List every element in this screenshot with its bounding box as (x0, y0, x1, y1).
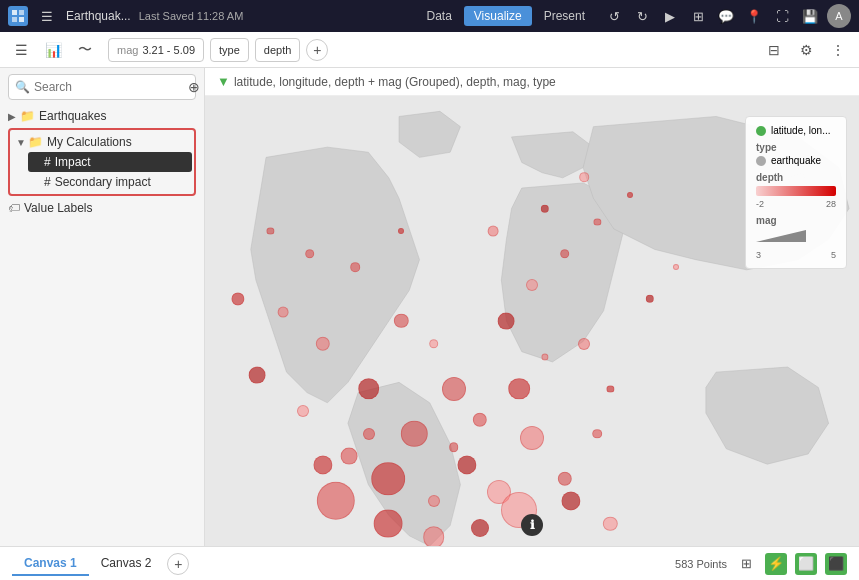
legend-lat-lon: latitude, lon... (756, 125, 836, 136)
legend-mag-min: 3 (756, 250, 761, 260)
last-saved: Last Saved 11:28 AM (139, 10, 244, 22)
mag-filter-chip[interactable]: mag 3.21 - 5.09 (108, 38, 204, 62)
map-legend: latitude, lon... type earthquake depth -… (745, 116, 847, 269)
info-button[interactable]: ℹ (521, 514, 543, 536)
search-bar[interactable]: 🔍 ⊕ (8, 74, 196, 100)
nav-present[interactable]: Present (534, 6, 595, 26)
expand-icon[interactable]: ⬜ (795, 553, 817, 575)
secondary-hash-icon: # (44, 175, 51, 189)
expand-icon[interactable]: ⛶ (771, 5, 793, 27)
sidebar-toggle-icon[interactable]: ☰ (8, 37, 34, 63)
svg-rect-0 (12, 10, 17, 15)
redo-icon[interactable]: ↻ (631, 5, 653, 27)
legend-mag-triangle (756, 230, 836, 246)
tree-item-earthquakes[interactable]: ▶ 📁 Earthquakes (4, 106, 200, 126)
legend-type-section: type (756, 142, 836, 153)
tree-item-my-calculations[interactable]: ▼ 📁 My Calculations (12, 132, 192, 152)
analytics-icon[interactable]: 〜 (72, 37, 98, 63)
grid-view-icon[interactable]: ⊞ (735, 553, 757, 575)
tree-label-my-calculations: My Calculations (47, 135, 132, 149)
svg-rect-2 (12, 17, 17, 22)
depth-filter-value: depth (264, 44, 292, 56)
canvas-tab-2[interactable]: Canvas 2 (89, 552, 164, 576)
search-icon: 🔍 (15, 80, 30, 94)
more-icon[interactable]: ⋮ (825, 37, 851, 63)
map-area: ▼ latitude, longitude, depth + mag (Grou… (205, 68, 859, 546)
filter-icon[interactable]: ⊟ (761, 37, 787, 63)
chart-icon[interactable]: 📊 (40, 37, 66, 63)
top-nav: Data Visualize Present (416, 6, 595, 26)
play-icon[interactable]: ▶ (659, 5, 681, 27)
depth-filter-chip[interactable]: depth (255, 38, 301, 62)
bottom-bar: Canvas 1 Canvas 2 + 583 Points ⊞ ⚡ ⬜ ⬛ (0, 546, 859, 580)
legend-depth-gradient (756, 186, 836, 196)
filter-toolbar: ☰ 📊 〜 mag 3.21 - 5.09 type depth + ⊟ ⚙ ⋮ (0, 32, 859, 68)
legend-dot-earthquake (756, 156, 766, 166)
legend-lat-lon-label: latitude, lon... (771, 125, 830, 136)
tree-label-value-labels: Value Labels (24, 201, 93, 215)
tree-label-earthquakes: Earthquakes (39, 109, 106, 123)
comment-icon[interactable]: 💬 (715, 5, 737, 27)
grid-icon[interactable]: ⊞ (687, 5, 709, 27)
svg-rect-1 (19, 10, 24, 15)
map-canvas[interactable]: latitude, lon... type earthquake depth -… (205, 96, 859, 546)
top-bar-icons: ↺ ↻ ▶ ⊞ 💬 📍 ⛶ 💾 A (603, 4, 851, 28)
main-layout: 🔍 ⊕ ▶ 📁 Earthquakes ▼ 📁 My Calculations (0, 68, 859, 546)
menu-icon[interactable]: ☰ (36, 5, 58, 27)
tree-label-secondary-impact: Secondary impact (55, 175, 151, 189)
mag-filter-value: 3.21 - 5.09 (142, 44, 195, 56)
settings-icon[interactable]: ⚙ (793, 37, 819, 63)
add-filter-button[interactable]: + (306, 39, 328, 61)
nav-visualize[interactable]: Visualize (464, 6, 532, 26)
legend-dot-latlon (756, 126, 766, 136)
save-icon[interactable]: 💾 (799, 5, 821, 27)
map-title: latitude, longitude, depth + mag (Groupe… (234, 75, 556, 89)
my-calcs-folder-icon: 📁 (28, 135, 43, 149)
tree-item-impact[interactable]: # Impact (28, 152, 192, 172)
mag-filter-label: mag (117, 44, 138, 56)
type-filter-value: type (219, 44, 240, 56)
legend-depth-nums: -2 28 (756, 199, 836, 209)
left-toolbar-icons: ☰ 📊 〜 (8, 37, 98, 63)
legend-mag-nums: 3 5 (756, 250, 836, 260)
legend-depth-section: depth (756, 172, 836, 183)
my-calculations-children: # Impact # Secondary impact (28, 152, 192, 192)
legend-earthquake-label: earthquake (771, 155, 821, 166)
add-field-icon[interactable]: ⊕ (188, 79, 200, 95)
legend-depth-max: 28 (826, 199, 836, 209)
tree-item-secondary-impact[interactable]: # Secondary impact (28, 172, 192, 192)
tag-icon: 🏷 (8, 201, 20, 215)
tree-label-impact: Impact (55, 155, 91, 169)
undo-icon[interactable]: ↺ (603, 5, 625, 27)
legend-earthquake: earthquake (756, 155, 836, 166)
tree-item-value-labels[interactable]: 🏷 Value Labels (4, 198, 200, 218)
impact-hash-icon: # (44, 155, 51, 169)
pin-icon[interactable]: 📍 (743, 5, 765, 27)
legend-depth-min: -2 (756, 199, 764, 209)
geo-icon: ▼ (217, 74, 230, 89)
svg-rect-3 (19, 17, 24, 22)
app-logo (8, 6, 28, 26)
right-toolbar-icons: ⊟ ⚙ ⋮ (761, 37, 851, 63)
points-count: 583 Points (675, 558, 727, 570)
top-bar: ☰ Earthquak... Last Saved 11:28 AM Data … (0, 0, 859, 32)
lightning-icon[interactable]: ⚡ (765, 553, 787, 575)
legend-mag-max: 5 (831, 250, 836, 260)
nav-data[interactable]: Data (416, 6, 461, 26)
canvas-tab-1[interactable]: Canvas 1 (12, 552, 89, 576)
my-calcs-arrow: ▼ (16, 137, 28, 148)
my-calculations-group: ▼ 📁 My Calculations # Impact # Secondary… (8, 128, 196, 196)
fit-icon[interactable]: ⬛ (825, 553, 847, 575)
type-filter-chip[interactable]: type (210, 38, 249, 62)
legend-mag-section: mag (756, 215, 836, 226)
add-canvas-button[interactable]: + (167, 553, 189, 575)
collapse-arrow: ▶ (8, 111, 20, 122)
field-tree: ▶ 📁 Earthquakes ▼ 📁 My Calculations # Im… (0, 106, 204, 546)
app-title: Earthquak... (66, 9, 131, 23)
bottom-right: 583 Points ⊞ ⚡ ⬜ ⬛ (675, 553, 847, 575)
left-panel: 🔍 ⊕ ▶ 📁 Earthquakes ▼ 📁 My Calculations (0, 68, 205, 546)
folder-icon: 📁 (20, 109, 35, 123)
map-header: ▼ latitude, longitude, depth + mag (Grou… (205, 68, 859, 96)
search-input[interactable] (34, 80, 184, 94)
user-avatar[interactable]: A (827, 4, 851, 28)
